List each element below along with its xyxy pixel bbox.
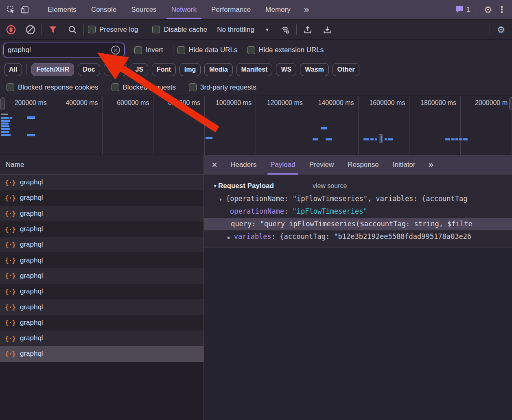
chip-img[interactable]: Img [179, 63, 201, 76]
chip-manifest[interactable]: Manifest [236, 63, 273, 76]
request-name: graphql [20, 194, 43, 202]
timeline-selection-marker [379, 134, 383, 143]
chip-css[interactable]: CSS [104, 63, 127, 76]
filter-funnel-icon[interactable] [46, 23, 60, 37]
request-row[interactable]: {·}graphql [0, 346, 203, 361]
detail-tab-preview[interactable]: Preview [302, 155, 341, 175]
payload-row-variables[interactable]: ▶variables: {accountTag: "b12e3b2192ee55… [204, 230, 512, 243]
chip-wasm[interactable]: Wasm [300, 63, 329, 76]
import-har-icon[interactable] [301, 23, 315, 37]
tab-elements[interactable]: Elements [40, 0, 84, 19]
request-name: graphql [20, 241, 43, 249]
request-timing-bar [370, 138, 374, 140]
request-row[interactable]: {·}graphql [0, 221, 203, 237]
hide-extension-urls-checkbox[interactable] [247, 46, 255, 54]
timeline-left-handle[interactable] [0, 97, 5, 110]
chip-all[interactable]: All [4, 63, 22, 76]
request-row[interactable]: {·}graphql [0, 206, 203, 221]
request-row[interactable]: {·}graphql [0, 190, 203, 206]
resource-type-filter-row: All Fetch/XHRDocCSSJSFontImgMediaManifes… [0, 60, 512, 79]
chip-doc[interactable]: Doc [78, 63, 100, 76]
chip-ws[interactable]: WS [276, 63, 296, 76]
tab-sources[interactable]: Sources [124, 0, 164, 19]
chip-other[interactable]: Other [333, 63, 360, 76]
payload-row-query[interactable]: query: "query ipFlowTimeseries($accountT… [204, 218, 512, 230]
export-har-icon[interactable] [320, 23, 334, 37]
devtools-window: ElementsConsoleSourcesNetworkPerformance… [0, 0, 512, 420]
disable-cache-label: Disable cache [164, 26, 207, 34]
request-row[interactable]: {·}graphql [0, 252, 203, 268]
network-overview-timeline[interactable]: 200000 ms400000 ms600000 ms800000 ms1000… [0, 96, 512, 155]
preserve-log-label: Preserve log [99, 26, 138, 34]
inspect-element-icon[interactable] [4, 3, 18, 17]
request-row[interactable]: {·}graphql [0, 315, 203, 330]
detail-tab-headers[interactable]: Headers [223, 155, 263, 175]
more-tabs-icon[interactable]: » [298, 4, 315, 15]
payload-row-operation-name[interactable]: operationName: "ipFlowTimeseries" [204, 205, 512, 218]
more-detail-tabs-icon[interactable]: » [422, 159, 440, 171]
device-toolbar-icon[interactable] [18, 3, 32, 17]
preserve-log-checkbox[interactable] [88, 26, 96, 33]
view-source-link[interactable]: view source [313, 182, 347, 190]
request-row[interactable]: {·}graphql [0, 175, 203, 190]
name-column-header[interactable]: Name [0, 155, 203, 175]
request-row[interactable]: {·}graphql [0, 284, 203, 299]
main-tabs: ElementsConsoleSourcesNetworkPerformance… [40, 0, 298, 19]
fetch-braces-icon: {·} [5, 288, 15, 295]
checkbox-label: Blocked requests [123, 83, 176, 92]
network-conditions-icon[interactable] [278, 23, 292, 37]
timeline-right-handle[interactable] [509, 97, 512, 110]
clear-network-log-icon[interactable] [24, 23, 37, 37]
detail-tab-payload[interactable]: Payload [263, 155, 302, 175]
chip-fetch-xhr[interactable]: Fetch/XHR [31, 63, 74, 76]
tab-console[interactable]: Console [84, 0, 124, 19]
collapse-triangle-icon[interactable]: ▼ [213, 184, 217, 188]
request-timing-bar [459, 138, 462, 140]
request-name: graphql [20, 256, 43, 265]
issues-count: 1 [466, 6, 470, 14]
detail-tab-initiator[interactable]: Initiator [386, 155, 422, 175]
request-timing-bar [375, 138, 377, 140]
network-settings-gear-icon[interactable]: ⚙ [494, 23, 508, 37]
invert-checkbox[interactable] [134, 46, 142, 54]
disable-cache-checkbox[interactable] [152, 26, 160, 33]
divider [83, 24, 84, 35]
devtools-tab-bar: ElementsConsoleSourcesNetworkPerformance… [0, 0, 512, 20]
record-network-log-icon[interactable] [4, 23, 18, 37]
fetch-braces-icon: {·} [5, 335, 15, 342]
request-row[interactable]: {·}graphql [0, 330, 203, 346]
request-timing-bar [206, 137, 212, 139]
fetch-braces-icon: {·} [5, 225, 15, 233]
request-row[interactable]: {·}graphql [0, 237, 203, 252]
issues-button[interactable]: 1 [453, 6, 473, 14]
clear-filter-icon[interactable]: ✕ [111, 46, 120, 55]
request-rows: {·}graphql{·}graphql{·}graphql{·}graphql… [0, 175, 203, 362]
blocked-response-cookies-checkbox[interactable] [7, 83, 14, 91]
throttling-dropdown[interactable]: No throttling ▼ [213, 26, 274, 34]
divider [26, 64, 27, 75]
expand-triangle-icon[interactable]: ▼ [219, 197, 223, 202]
detail-tab-response[interactable]: Response [341, 155, 386, 175]
kebab-menu-icon[interactable]: ⋮ [495, 3, 509, 17]
chip-font[interactable]: Font [152, 63, 176, 76]
request-row[interactable]: {·}graphql [0, 299, 203, 315]
fetch-braces-icon: {·} [5, 319, 15, 326]
chip-js[interactable]: JS [131, 63, 149, 76]
blocked-requests-checkbox[interactable] [112, 83, 119, 91]
3rd-party-requests-checkbox[interactable] [189, 83, 197, 91]
search-icon[interactable] [66, 23, 79, 37]
payload-summary-line[interactable]: ▼{operationName: "ipFlowTimeseries", var… [204, 192, 512, 205]
divider [173, 45, 173, 55]
request-row[interactable]: {·}graphql [0, 268, 203, 284]
tab-performance[interactable]: Performance [204, 0, 258, 19]
chip-media[interactable]: Media [204, 63, 232, 76]
lower-split: Name {·}graphql{·}graphql{·}graphql{·}gr… [0, 155, 512, 420]
close-icon[interactable]: × [206, 155, 223, 175]
filter-input[interactable]: graphql ✕ [3, 43, 125, 57]
tab-network[interactable]: Network [164, 0, 204, 19]
timeline-bars [0, 96, 512, 155]
settings-gear-icon[interactable]: ⚙ [481, 3, 495, 17]
tab-memory[interactable]: Memory [258, 0, 298, 19]
hide-data-urls-checkbox[interactable] [177, 46, 185, 54]
expand-triangle-icon[interactable]: ▶ [228, 235, 231, 240]
